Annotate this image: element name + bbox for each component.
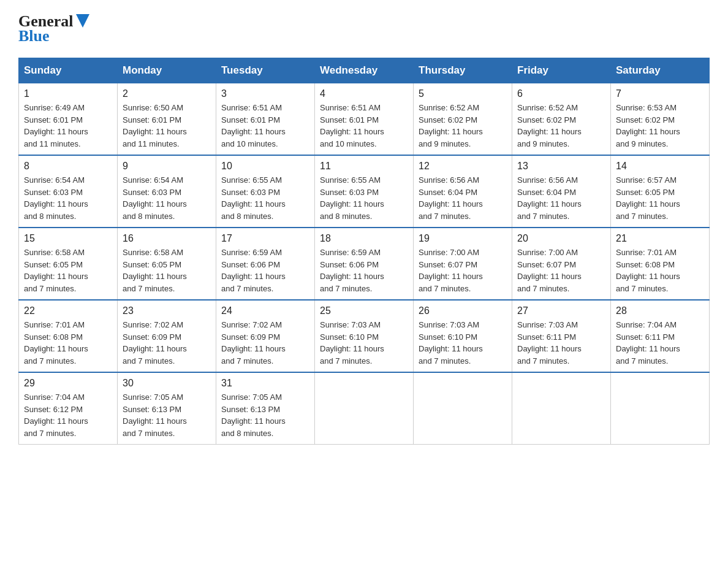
day-number: 4	[320, 88, 408, 99]
day-number: 14	[616, 161, 704, 172]
calendar-cell: 16 Sunrise: 6:58 AM Sunset: 6:05 PM Dayl…	[118, 228, 216, 300]
day-info: Sunrise: 6:50 AM Sunset: 6:01 PM Dayligh…	[123, 102, 211, 150]
calendar-cell: 9 Sunrise: 6:54 AM Sunset: 6:03 PM Dayli…	[118, 155, 216, 228]
day-number: 6	[517, 88, 605, 99]
day-info: Sunrise: 7:03 AM Sunset: 6:10 PM Dayligh…	[320, 319, 408, 367]
day-info: Sunrise: 6:56 AM Sunset: 6:04 PM Dayligh…	[419, 174, 507, 222]
day-number: 13	[517, 161, 605, 172]
day-number: 8	[24, 161, 112, 172]
header-friday: Friday	[512, 58, 611, 83]
logo: General Blue	[18, 12, 89, 45]
day-info: Sunrise: 6:57 AM Sunset: 6:05 PM Dayligh…	[616, 174, 704, 222]
day-info: Sunrise: 7:05 AM Sunset: 6:13 PM Dayligh…	[123, 391, 211, 439]
day-info: Sunrise: 6:59 AM Sunset: 6:06 PM Dayligh…	[221, 247, 309, 294]
day-number: 10	[221, 161, 309, 172]
day-number: 11	[320, 161, 408, 172]
calendar-cell: 7 Sunrise: 6:53 AM Sunset: 6:02 PM Dayli…	[611, 83, 710, 156]
calendar-cell: 10 Sunrise: 6:55 AM Sunset: 6:03 PM Dayl…	[216, 155, 315, 228]
day-number: 27	[517, 305, 605, 316]
day-number: 16	[123, 233, 211, 244]
day-info: Sunrise: 6:54 AM Sunset: 6:03 PM Dayligh…	[123, 174, 211, 222]
calendar-cell: 15 Sunrise: 6:58 AM Sunset: 6:05 PM Dayl…	[19, 228, 118, 300]
day-info: Sunrise: 6:56 AM Sunset: 6:04 PM Dayligh…	[517, 174, 605, 222]
calendar-cell: 13 Sunrise: 6:56 AM Sunset: 6:04 PM Dayl…	[512, 155, 611, 228]
calendar-cell: 27 Sunrise: 7:03 AM Sunset: 6:11 PM Dayl…	[512, 300, 611, 372]
day-info: Sunrise: 6:55 AM Sunset: 6:03 PM Dayligh…	[320, 174, 408, 222]
day-info: Sunrise: 6:51 AM Sunset: 6:01 PM Dayligh…	[221, 102, 309, 150]
header-saturday: Saturday	[611, 58, 710, 83]
calendar-cell: 19 Sunrise: 7:00 AM Sunset: 6:07 PM Dayl…	[414, 228, 512, 300]
day-number: 5	[419, 88, 507, 99]
day-info: Sunrise: 7:03 AM Sunset: 6:11 PM Dayligh…	[517, 319, 605, 367]
calendar-cell: 4 Sunrise: 6:51 AM Sunset: 6:01 PM Dayli…	[315, 83, 414, 156]
calendar-cell: 31 Sunrise: 7:05 AM Sunset: 6:13 PM Dayl…	[216, 372, 315, 445]
calendar-cell: 23 Sunrise: 7:02 AM Sunset: 6:09 PM Dayl…	[118, 300, 216, 372]
calendar-cell: 21 Sunrise: 7:01 AM Sunset: 6:08 PM Dayl…	[611, 228, 710, 300]
day-number: 19	[419, 233, 507, 244]
header-monday: Monday	[118, 58, 216, 83]
day-info: Sunrise: 6:55 AM Sunset: 6:03 PM Dayligh…	[221, 174, 309, 222]
calendar-cell: 26 Sunrise: 7:03 AM Sunset: 6:10 PM Dayl…	[414, 300, 512, 372]
day-number: 22	[24, 305, 112, 316]
day-info: Sunrise: 7:02 AM Sunset: 6:09 PM Dayligh…	[221, 319, 309, 367]
header-sunday: Sunday	[19, 58, 118, 83]
calendar-cell: 17 Sunrise: 6:59 AM Sunset: 6:06 PM Dayl…	[216, 228, 315, 300]
logo-blue: Blue	[18, 27, 50, 45]
day-number: 30	[123, 378, 211, 389]
calendar-cell: 22 Sunrise: 7:01 AM Sunset: 6:08 PM Dayl…	[19, 300, 118, 372]
day-info: Sunrise: 7:03 AM Sunset: 6:10 PM Dayligh…	[419, 319, 507, 367]
logo-triangle-icon	[76, 14, 89, 28]
calendar-cell: 3 Sunrise: 6:51 AM Sunset: 6:01 PM Dayli…	[216, 83, 315, 156]
calendar-cell: 2 Sunrise: 6:50 AM Sunset: 6:01 PM Dayli…	[118, 83, 216, 156]
calendar-cell: 6 Sunrise: 6:52 AM Sunset: 6:02 PM Dayli…	[512, 83, 611, 156]
day-number: 21	[616, 233, 704, 244]
calendar-cell	[611, 372, 710, 445]
day-info: Sunrise: 7:01 AM Sunset: 6:08 PM Dayligh…	[24, 319, 112, 367]
calendar-cell: 5 Sunrise: 6:52 AM Sunset: 6:02 PM Dayli…	[414, 83, 512, 156]
day-info: Sunrise: 7:04 AM Sunset: 6:11 PM Dayligh…	[616, 319, 704, 367]
day-info: Sunrise: 7:02 AM Sunset: 6:09 PM Dayligh…	[123, 319, 211, 367]
week-row-2: 15 Sunrise: 6:58 AM Sunset: 6:05 PM Dayl…	[19, 228, 710, 300]
header: General Blue	[18, 12, 710, 45]
calendar-cell: 20 Sunrise: 7:00 AM Sunset: 6:07 PM Dayl…	[512, 228, 611, 300]
day-number: 15	[24, 233, 112, 244]
day-info: Sunrise: 6:53 AM Sunset: 6:02 PM Dayligh…	[616, 102, 704, 150]
week-row-0: 1 Sunrise: 6:49 AM Sunset: 6:01 PM Dayli…	[19, 83, 710, 156]
day-number: 9	[123, 161, 211, 172]
day-number: 28	[616, 305, 704, 316]
day-info: Sunrise: 7:00 AM Sunset: 6:07 PM Dayligh…	[419, 247, 507, 294]
calendar-cell	[414, 372, 512, 445]
day-info: Sunrise: 6:58 AM Sunset: 6:05 PM Dayligh…	[123, 247, 211, 294]
day-number: 20	[517, 233, 605, 244]
calendar-cell: 8 Sunrise: 6:54 AM Sunset: 6:03 PM Dayli…	[19, 155, 118, 228]
calendar-cell: 30 Sunrise: 7:05 AM Sunset: 6:13 PM Dayl…	[118, 372, 216, 445]
day-info: Sunrise: 6:59 AM Sunset: 6:06 PM Dayligh…	[320, 247, 408, 294]
day-number: 18	[320, 233, 408, 244]
calendar-cell	[512, 372, 611, 445]
calendar-cell: 24 Sunrise: 7:02 AM Sunset: 6:09 PM Dayl…	[216, 300, 315, 372]
day-info: Sunrise: 7:01 AM Sunset: 6:08 PM Dayligh…	[616, 247, 704, 294]
day-info: Sunrise: 6:52 AM Sunset: 6:02 PM Dayligh…	[517, 102, 605, 150]
day-number: 25	[320, 305, 408, 316]
day-info: Sunrise: 6:51 AM Sunset: 6:01 PM Dayligh…	[320, 102, 408, 150]
calendar-cell	[315, 372, 414, 445]
calendar-cell: 14 Sunrise: 6:57 AM Sunset: 6:05 PM Dayl…	[611, 155, 710, 228]
calendar-cell: 11 Sunrise: 6:55 AM Sunset: 6:03 PM Dayl…	[315, 155, 414, 228]
calendar-cell: 12 Sunrise: 6:56 AM Sunset: 6:04 PM Dayl…	[414, 155, 512, 228]
header-row: SundayMondayTuesdayWednesdayThursdayFrid…	[19, 58, 710, 83]
day-info: Sunrise: 6:52 AM Sunset: 6:02 PM Dayligh…	[419, 102, 507, 150]
day-number: 29	[24, 378, 112, 389]
day-info: Sunrise: 7:04 AM Sunset: 6:12 PM Dayligh…	[24, 391, 112, 439]
day-number: 12	[419, 161, 507, 172]
day-number: 17	[221, 233, 309, 244]
svg-marker-0	[76, 14, 89, 28]
header-thursday: Thursday	[414, 58, 512, 83]
calendar-cell: 18 Sunrise: 6:59 AM Sunset: 6:06 PM Dayl…	[315, 228, 414, 300]
day-number: 26	[419, 305, 507, 316]
week-row-4: 29 Sunrise: 7:04 AM Sunset: 6:12 PM Dayl…	[19, 372, 710, 445]
calendar-table: SundayMondayTuesdayWednesdayThursdayFrid…	[18, 58, 710, 445]
day-info: Sunrise: 7:05 AM Sunset: 6:13 PM Dayligh…	[221, 391, 309, 439]
header-wednesday: Wednesday	[315, 58, 414, 83]
day-info: Sunrise: 6:49 AM Sunset: 6:01 PM Dayligh…	[24, 102, 112, 150]
calendar-cell: 29 Sunrise: 7:04 AM Sunset: 6:12 PM Dayl…	[19, 372, 118, 445]
